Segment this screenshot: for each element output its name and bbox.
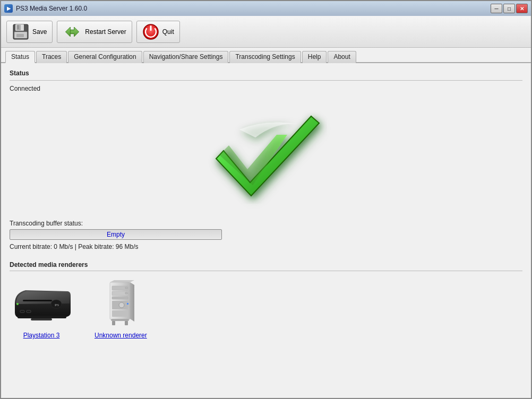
svg-rect-24 <box>127 303 128 305</box>
svg-rect-5 <box>18 25 19 29</box>
restart-label: Restart Server <box>85 28 126 36</box>
ps3-icon: PS <box>10 280 73 327</box>
status-title: Status <box>10 70 522 77</box>
quit-button[interactable]: Quit <box>136 21 180 43</box>
renderer-ps3[interactable]: PS Playstation 3 <box>10 280 73 339</box>
save-button[interactable]: Save <box>6 21 53 43</box>
svg-point-23 <box>119 302 124 308</box>
content-area: Status Connected <box>1 63 531 398</box>
status-checkmark-container <box>10 103 522 204</box>
svg-rect-13 <box>20 310 24 313</box>
tab-transcoding[interactable]: Transcoding Settings <box>229 51 301 63</box>
svg-text:PS: PS <box>55 303 59 307</box>
renderers-divider <box>10 271 522 271</box>
checkmark-icon <box>205 103 327 204</box>
toolbar: Save Restart Server <box>1 16 531 48</box>
close-button[interactable]: ✕ <box>516 4 528 13</box>
tab-help[interactable]: Help <box>302 51 327 63</box>
svg-rect-10 <box>23 300 52 301</box>
svg-rect-16 <box>18 316 66 318</box>
svg-marker-7 <box>71 27 79 37</box>
connection-status: Connected <box>10 85 522 92</box>
renderers-title: Detected media renderers <box>10 261 522 268</box>
tab-status[interactable]: Status <box>5 51 35 63</box>
tab-navigation[interactable]: Navigation/Share Settings <box>143 51 229 63</box>
tab-traces[interactable]: Traces <box>36 51 67 63</box>
main-window: ▶ PS3 Media Server 1.60.0 ─ □ ✕ Save <box>0 0 532 399</box>
svg-rect-21 <box>112 297 128 299</box>
restart-button[interactable]: Restart Server <box>57 21 132 43</box>
svg-rect-28 <box>125 321 128 325</box>
svg-rect-4 <box>16 34 24 37</box>
svg-rect-26 <box>111 319 129 321</box>
buffer-status-text: Empty <box>107 231 125 238</box>
svg-rect-9 <box>150 25 151 31</box>
quit-icon <box>142 23 159 40</box>
svg-rect-25 <box>112 310 128 317</box>
status-divider <box>10 80 522 81</box>
title-bar-left: ▶ PS3 Media Server 1.60.0 <box>4 4 87 13</box>
unknown-renderer-label: Unknown renderer <box>95 332 147 339</box>
svg-rect-17 <box>31 318 52 320</box>
svg-point-15 <box>16 303 19 305</box>
renderers-list: PS Playstation 3 <box>10 280 522 339</box>
renderers-section: Detected media renderers <box>10 261 522 339</box>
buffer-section: Transcoding buffer status: Empty Current… <box>10 220 522 250</box>
bitrate-info: Current bitrate: 0 Mb/s | Peak bitrate: … <box>10 243 522 250</box>
renderer-unknown[interactable]: Unknown renderer <box>95 280 147 339</box>
svg-rect-27 <box>112 321 115 325</box>
window-title: PS3 Media Server 1.60.0 <box>16 5 87 12</box>
svg-rect-29 <box>125 287 127 289</box>
unknown-renderer-icon <box>99 280 142 327</box>
minimize-button[interactable]: ─ <box>491 4 502 13</box>
save-icon <box>12 23 29 40</box>
buffer-label: Transcoding buffer status: <box>10 220 522 227</box>
tab-general[interactable]: General Configuration <box>68 51 142 63</box>
maximize-button[interactable]: □ <box>503 4 515 13</box>
app-icon: ▶ <box>4 4 13 13</box>
title-bar: ▶ PS3 Media Server 1.60.0 ─ □ ✕ <box>1 1 531 16</box>
svg-rect-30 <box>125 292 127 294</box>
tabs-bar: Status Traces General Configuration Navi… <box>1 48 531 63</box>
save-label: Save <box>32 28 47 36</box>
tab-about[interactable]: About <box>328 51 356 63</box>
window-controls: ─ □ ✕ <box>491 4 528 13</box>
svg-rect-14 <box>27 310 31 313</box>
progress-bar: Empty <box>10 229 222 240</box>
ps3-label: Playstation 3 <box>23 332 60 339</box>
restart-icon <box>63 23 82 40</box>
quit-label: Quit <box>162 28 174 36</box>
